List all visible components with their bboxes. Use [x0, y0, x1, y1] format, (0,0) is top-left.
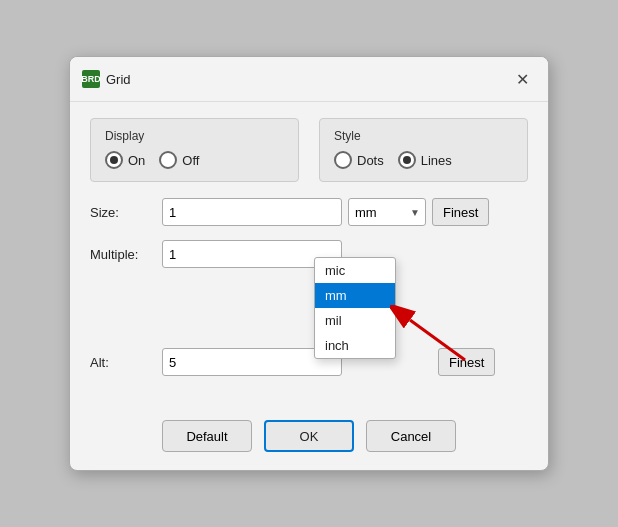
display-on-label: On [128, 153, 145, 168]
style-dots-option[interactable]: Dots [334, 151, 384, 169]
style-section-label: Style [334, 129, 513, 143]
size-finest-button[interactable]: Finest [432, 198, 489, 226]
display-on-option[interactable]: On [105, 151, 145, 169]
style-dots-radio[interactable] [334, 151, 352, 169]
unit-dropdown: mic mm mil inch [314, 257, 396, 359]
display-section: Display On Off [90, 118, 299, 182]
title-bar: BRD Grid ✕ [70, 57, 548, 102]
dialog-title: Grid [106, 72, 131, 87]
ok-button[interactable]: OK [264, 420, 354, 452]
grid-dialog: BRD Grid ✕ Display On Off [69, 56, 549, 471]
size-input[interactable] [162, 198, 342, 226]
dropdown-item-mm[interactable]: mm [315, 283, 395, 308]
multiple-label: Multiple: [90, 247, 162, 262]
display-off-radio[interactable] [159, 151, 177, 169]
unit-select-wrapper: mic mm mil inch ▼ [348, 198, 426, 226]
display-style-row: Display On Off Style [90, 118, 528, 182]
dialog-footer: Default OK Cancel [70, 410, 548, 470]
default-button[interactable]: Default [162, 420, 252, 452]
display-off-option[interactable]: Off [159, 151, 199, 169]
cancel-button[interactable]: Cancel [366, 420, 456, 452]
display-off-label: Off [182, 153, 199, 168]
title-bar-left: BRD Grid [82, 70, 131, 88]
size-label: Size: [90, 205, 162, 220]
size-row: Size: mic mm mil inch ▼ Finest [90, 198, 528, 226]
alt-row: Alt: Finest [90, 348, 528, 376]
style-radio-group: Dots Lines [334, 151, 513, 169]
dialog-body: Display On Off Style [70, 102, 548, 410]
dropdown-item-mil[interactable]: mil [315, 308, 395, 333]
unit-select[interactable]: mic mm mil inch [348, 198, 426, 226]
app-icon: BRD [82, 70, 100, 88]
multiple-row: Multiple: [90, 240, 528, 268]
dropdown-item-inch[interactable]: inch [315, 333, 395, 358]
style-lines-radio[interactable] [398, 151, 416, 169]
display-on-radio[interactable] [105, 151, 123, 169]
display-section-label: Display [105, 129, 284, 143]
display-radio-group: On Off [105, 151, 284, 169]
close-icon: ✕ [516, 70, 529, 89]
close-button[interactable]: ✕ [508, 65, 536, 93]
style-section: Style Dots Lines [319, 118, 528, 182]
style-lines-label: Lines [421, 153, 452, 168]
alt-label: Alt: [90, 355, 162, 370]
dropdown-item-mic[interactable]: mic [315, 258, 395, 283]
alt-finest-button[interactable]: Finest [438, 348, 495, 376]
style-dots-label: Dots [357, 153, 384, 168]
style-lines-option[interactable]: Lines [398, 151, 452, 169]
